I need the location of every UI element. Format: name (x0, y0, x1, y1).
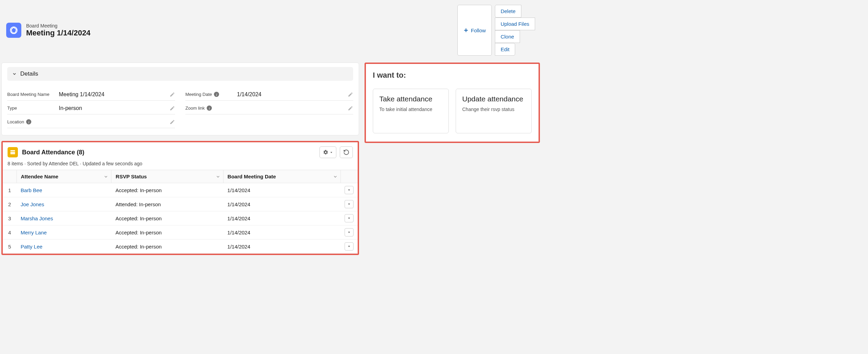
info-icon[interactable]: i (207, 106, 212, 111)
object-label: Board Meeting (26, 23, 90, 29)
svg-rect-5 (10, 152, 15, 155)
field-label-zoom: Zoom link i (185, 106, 237, 111)
rsvp-value: Accepted: In-person (111, 183, 223, 197)
upload-label: Upload Files (501, 21, 529, 27)
clone-button[interactable]: Clone (495, 30, 520, 43)
pencil-icon[interactable] (170, 106, 175, 111)
col-rsvp-status[interactable]: RSVP Status (111, 170, 223, 183)
svg-marker-8 (348, 203, 350, 205)
attendee-link[interactable]: Barb Bee (21, 187, 42, 193)
row-actions-button[interactable] (345, 242, 354, 251)
caret-down-icon (347, 231, 351, 234)
field-label-location: Location i (7, 119, 59, 124)
svg-marker-1 (11, 27, 16, 33)
attendance-related-list: Board Attendance (8) 8 items · Sorted by… (1, 141, 359, 255)
plus-icon (463, 27, 469, 33)
meeting-date-value: 1/14/2024 (223, 197, 340, 211)
attendee-link[interactable]: Marsha Jones (21, 215, 53, 221)
col-attendee-name[interactable]: Attendee Name (17, 170, 111, 183)
record-icon (6, 23, 21, 38)
table-row: 4Merry LaneAccepted: In-person1/14/2024 (3, 225, 358, 240)
row-number: 3 (3, 211, 17, 225)
pencil-icon[interactable] (348, 92, 353, 97)
row-actions-button[interactable] (345, 228, 354, 236)
field-label-name: Board Meeting Name (7, 92, 59, 97)
svg-marker-6 (330, 152, 332, 153)
info-icon[interactable]: i (214, 92, 219, 97)
attendance-subtext: 8 items · Sorted by Attendee DEL · Updat… (3, 160, 358, 170)
chevron-down-icon[interactable] (333, 174, 338, 179)
rsvp-value: Attended: In-person (111, 197, 223, 211)
row-actions-button[interactable] (345, 200, 354, 208)
info-icon[interactable]: i (26, 119, 31, 124)
zoom-label-text: Zoom link (185, 106, 205, 111)
attendee-link[interactable]: Joe Jones (21, 201, 44, 207)
caret-down-icon (347, 245, 351, 248)
location-label-text: Location (7, 119, 24, 124)
row-actions-button[interactable] (345, 214, 354, 222)
page-title: Meeting 1/14/2024 (26, 29, 90, 37)
meeting-date-value: 1/14/2024 (223, 211, 340, 225)
delete-button[interactable]: Delete (495, 5, 521, 18)
edit-button[interactable]: Edit (495, 43, 516, 56)
table-row: 1Barb BeeAccepted: In-person1/14/2024 (3, 183, 358, 197)
tile-heading: Update attendance (462, 95, 525, 103)
details-card: Details Board Meeting Name Meeting 1/14/… (1, 63, 359, 135)
col-meeting-date[interactable]: Board Meeting Date (223, 170, 340, 183)
row-actions-button[interactable] (345, 186, 354, 194)
table-row: 5Patty LeeAccepted: In-person1/14/2024 (3, 240, 358, 254)
svg-marker-9 (348, 218, 350, 219)
rsvp-value: Accepted: In-person (111, 225, 223, 240)
caret-down-icon (347, 217, 351, 220)
field-value-date: 1/14/2024 (237, 91, 348, 98)
update-attendance-tile[interactable]: Update attendance Change their rsvp stat… (456, 89, 532, 133)
clone-label: Clone (501, 34, 514, 40)
col-actions (340, 170, 358, 183)
list-settings-button[interactable] (319, 146, 336, 158)
pencil-icon[interactable] (348, 106, 353, 111)
chevron-down-icon (12, 71, 17, 76)
attendance-table: Attendee Name RSVP Status Board Meeting … (3, 170, 358, 254)
meeting-date-value: 1/14/2024 (223, 240, 340, 254)
field-value-type: In-person (59, 105, 170, 111)
col-date-label: Board Meeting Date (228, 174, 276, 179)
tile-sub: To take initial attendance (379, 107, 442, 112)
refresh-button[interactable] (340, 146, 353, 158)
caret-down-icon (347, 188, 351, 192)
upload-files-button[interactable]: Upload Files (495, 18, 535, 30)
rsvp-value: Accepted: In-person (111, 240, 223, 254)
caret-down-icon (330, 151, 333, 154)
svg-marker-7 (348, 189, 350, 191)
row-number: 2 (3, 197, 17, 211)
field-label-type: Type (7, 106, 59, 111)
record-header: Board Meeting Meeting 1/14/2024 Follow D… (1, 1, 540, 59)
i-want-to-panel: I want to: Take attendance To take initi… (365, 63, 540, 143)
row-number: 1 (3, 183, 17, 197)
take-attendance-tile[interactable]: Take attendance To take initial attendan… (373, 89, 449, 133)
pencil-icon[interactable] (170, 92, 175, 97)
tile-heading: Take attendance (379, 95, 442, 103)
follow-button[interactable]: Follow (457, 5, 491, 56)
rsvp-value: Accepted: In-person (111, 211, 223, 225)
delete-label: Delete (501, 8, 516, 14)
tile-sub: Change their rsvp status (462, 107, 525, 112)
row-number: 4 (3, 225, 17, 240)
svg-rect-4 (10, 150, 15, 151)
field-value-name: Meeting 1/14/2024 (59, 91, 170, 98)
col-name-label: Attendee Name (21, 174, 58, 179)
table-row: 3Marsha JonesAccepted: In-person1/14/202… (3, 211, 358, 225)
follow-label: Follow (471, 27, 486, 33)
attendance-list-icon (8, 147, 18, 157)
attendance-title[interactable]: Board Attendance (8) (22, 149, 84, 156)
chevron-down-icon[interactable] (216, 174, 220, 179)
field-label-date: Meeting Date i (185, 92, 237, 97)
row-number: 5 (3, 240, 17, 254)
chevron-down-icon[interactable] (104, 174, 108, 179)
table-row: 2Joe JonesAttended: In-person1/14/2024 (3, 197, 358, 211)
edit-label: Edit (501, 46, 510, 52)
attendee-link[interactable]: Merry Lane (21, 230, 47, 235)
attendee-link[interactable]: Patty Lee (21, 244, 42, 250)
i-want-to-title: I want to: (373, 71, 532, 80)
pencil-icon[interactable] (170, 119, 175, 125)
details-section-toggle[interactable]: Details (7, 67, 353, 81)
